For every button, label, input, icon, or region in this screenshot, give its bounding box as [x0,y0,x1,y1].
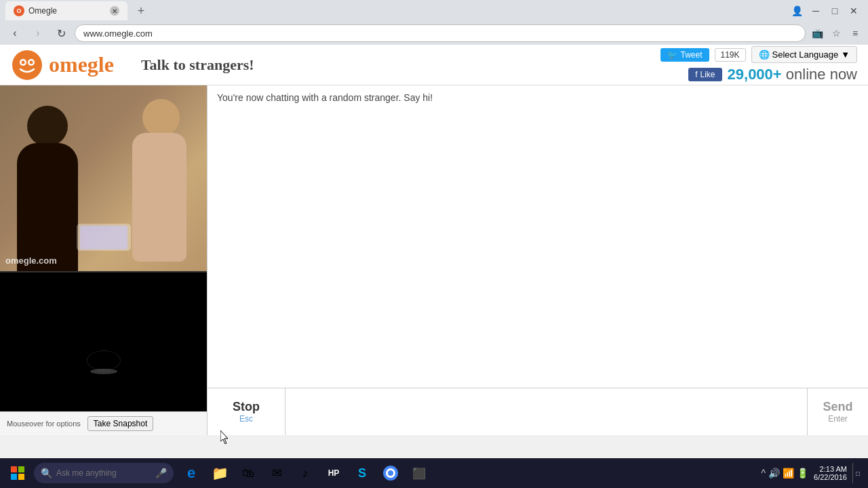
svg-rect-6 [11,466,17,472]
site-header: omegle Talk to strangers! 🐦 Tweet 119K 🌐… [0,45,868,85]
skype-icon[interactable]: S [349,460,376,487]
volume-icon[interactable]: 🔊 [768,468,780,479]
header-right: 🐦 Tweet 119K 🌐 Select Language ▼ f Like … [660,46,857,83]
taskbar-apps: e 📁 🛍 ✉ ♪ HP S ⬛ [175,460,760,487]
stranger-video: omegle.com [0,85,207,272]
system-tray-icons: ^ 🔊 📶 🔋 [761,468,808,479]
stranger-video-bg [0,85,207,271]
bookmark-icon[interactable]: ☆ [829,26,844,41]
store-icon[interactable]: 🛍 [235,460,262,487]
mouth-outline [90,369,117,374]
browser-chrome: O Omegle ✕ + 👤 ─ □ ✕ ‹ › ↻ www.omegle.co… [0,0,868,45]
system-clock[interactable]: 2:13 AM 6/22/2016 [814,465,847,481]
profile-icon[interactable]: 👤 [788,3,806,18]
chevron-up-icon[interactable]: ^ [761,468,766,479]
tweet-button[interactable]: 🐦 Tweet [660,48,709,62]
svg-point-4 [30,60,33,64]
social-row-bottom: f Like 29,000+ online now [688,66,857,83]
mouseover-hint: Mouseover for options [7,420,81,428]
battery-icon[interactable]: 🔋 [797,468,808,479]
close-button[interactable]: ✕ [845,3,863,18]
online-number: 29,000+ [728,66,782,83]
window-controls: 👤 ─ □ ✕ [788,3,863,18]
dropdown-arrow-icon: ▼ [841,49,850,60]
tab-close-button[interactable]: ✕ [110,6,119,16]
stop-button-area[interactable]: Stop Esc [208,388,285,435]
edge-icon[interactable]: e [178,460,205,487]
microphone-icon[interactable]: 🎤 [155,468,167,479]
tab-favicon: O [14,5,24,16]
tab-title: Omegle [28,6,57,16]
address-bar-row: ‹ › ↻ www.omegle.com 📺 ☆ ≡ [0,22,868,45]
flag-icon: 🌐 [759,49,770,60]
stop-esc-hint: Esc [239,414,253,424]
svg-point-3 [22,60,25,64]
svg-point-0 [12,50,42,80]
video-panel: omegle.com Mouseover for options Take Sn… [0,85,207,435]
send-enter-hint: Enter [828,414,848,424]
main-area: omegle.com Mouseover for options Take Sn… [0,85,868,435]
cast-icon[interactable]: 📺 [810,26,825,41]
clock-date: 6/22/2016 [814,473,847,481]
svg-rect-7 [18,466,24,472]
svg-rect-8 [11,474,17,480]
send-label: Send [823,400,852,414]
page-content: omegle Talk to strangers! 🐦 Tweet 119K 🌐… [0,45,868,435]
chat-panel: You're now chatting with a random strang… [207,85,868,435]
url-bar[interactable]: www.omegle.com [75,24,806,42]
back-button[interactable]: ‹ [5,24,24,43]
facebook-icon: f [695,70,697,79]
minimize-button[interactable]: ─ [807,3,825,18]
menu-icon[interactable]: ≡ [848,26,863,41]
online-suffix: online now [786,66,857,83]
network-icon[interactable]: 📶 [783,468,794,479]
svg-point-12 [388,470,393,476]
take-snapshot-button[interactable]: Take Snapshot [87,416,153,431]
site-tagline: Talk to strangers! [141,56,254,74]
url-text: www.omegle.com [83,28,153,39]
mouse-cursor [220,430,230,435]
hp-icon[interactable]: HP [320,460,347,487]
chat-input-row: Stop Esc Send Enter [208,388,868,435]
logo-text: omegle [49,52,114,77]
send-button-area[interactable]: Send Enter [807,388,868,435]
omegle-watermark: omegle.com [5,256,57,266]
new-tab-button[interactable]: + [132,1,151,20]
facebook-like-button[interactable]: f Like [688,68,722,81]
file-explorer-icon[interactable]: 📁 [206,460,233,487]
mail-icon[interactable]: ✉ [263,460,290,487]
windows-logo-icon [11,466,24,480]
taskbar: 🔍 🎤 e 📁 🛍 ✉ ♪ HP S ⬛ ^ 🔊 [0,458,868,488]
logo-area: omegle [11,49,114,81]
svg-rect-9 [18,474,24,480]
itunes-icon[interactable]: ♪ [292,460,319,487]
select-language-button[interactable]: 🌐 Select Language ▼ [751,46,857,63]
reload-button[interactable]: ↻ [52,24,71,43]
face-outline [87,350,121,371]
clock-time: 2:13 AM [814,465,847,473]
omegle-logo [11,49,43,81]
forward-button[interactable]: › [28,24,47,43]
object-in-video [77,224,131,251]
chat-input[interactable] [285,388,807,435]
taskbar-search-input[interactable] [56,468,151,478]
system-message: You're now chatting with a random strang… [217,92,859,103]
cortana-search-icon: 🔍 [41,468,52,479]
stop-label: Stop [233,400,260,414]
title-bar: O Omegle ✕ + 👤 ─ □ ✕ [0,0,868,22]
maximize-button[interactable]: □ [826,3,844,18]
taskbar-right: ^ 🔊 📶 🔋 2:13 AM 6/22/2016 □ [761,463,865,483]
start-button[interactable] [3,460,33,487]
command-prompt-icon[interactable]: ⬛ [406,460,433,487]
chat-messages[interactable]: You're now chatting with a random strang… [208,85,868,388]
taskbar-search-bar[interactable]: 🔍 🎤 [34,463,174,483]
twitter-bird-icon: 🐦 [667,50,677,60]
address-icons: 📺 ☆ ≡ [810,26,863,41]
tweet-count: 119K [715,48,746,62]
active-tab[interactable]: O Omegle ✕ [5,1,127,20]
show-desktop-button[interactable]: □ [852,463,860,483]
chrome-icon[interactable] [377,460,404,487]
self-video-face [0,272,207,411]
self-video [0,272,207,411]
video-controls-bar: Mouseover for options Take Snapshot [0,411,207,435]
